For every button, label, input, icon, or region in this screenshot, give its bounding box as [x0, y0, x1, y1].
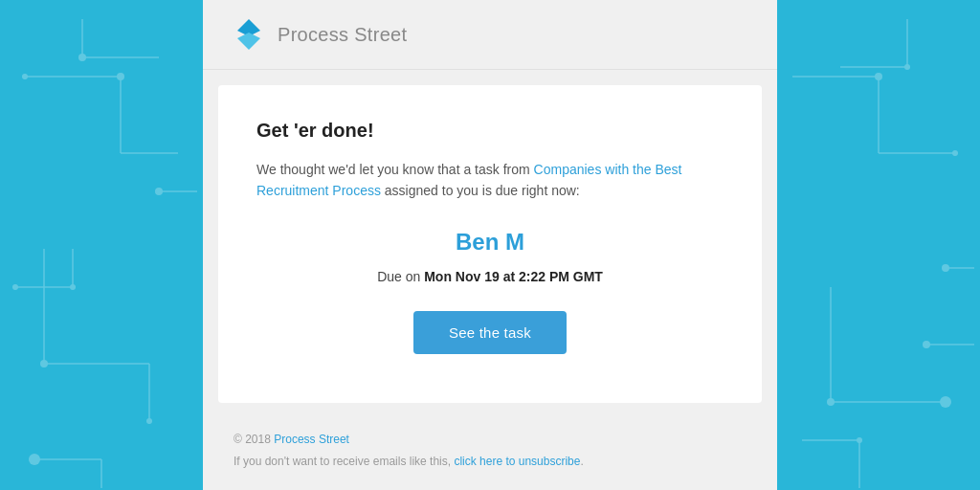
svg-point-42: [923, 341, 930, 348]
task-title: Ben M: [256, 229, 724, 256]
footer-unsub: If you don't want to receive emails like…: [234, 452, 746, 471]
see-task-button[interactable]: See the task: [413, 311, 567, 354]
bg-left: [0, 0, 203, 490]
svg-point-18: [155, 188, 163, 195]
email-body: Get 'er done! We thought we'd let you kn…: [218, 85, 762, 403]
email-wrapper: Process Street Get 'er done! We thought …: [203, 0, 777, 490]
bg-right: [777, 0, 980, 490]
unsub-before: If you don't want to receive emails like…: [234, 455, 454, 468]
svg-point-27: [875, 73, 882, 80]
unsub-after: .: [580, 455, 583, 468]
due-label: Due on: [377, 269, 424, 284]
svg-point-16: [12, 284, 18, 290]
svg-point-35: [904, 64, 910, 70]
email-header: Process Street: [203, 0, 777, 70]
svg-point-3: [117, 73, 124, 80]
email-intro: We thought we'd let you know that a task…: [256, 159, 724, 202]
brand-name: Process Street: [278, 24, 407, 46]
email-footer: © 2018 Process Street If you don't want …: [203, 418, 777, 490]
unsubscribe-link[interactable]: click here to unsubscribe: [454, 455, 580, 468]
intro-after-link: assigned to you is due right now:: [381, 183, 580, 198]
svg-point-40: [857, 437, 862, 443]
svg-point-4: [22, 74, 28, 79]
copyright-text: © 2018: [234, 433, 274, 446]
brand-logo: [232, 17, 266, 52]
intro-before-link: We thought we'd let you know that a task…: [256, 162, 534, 177]
due-date: Due on Mon Nov 19 at 2:22 PM GMT: [256, 269, 724, 284]
due-date-value: Mon Nov 19 at 2:22 PM GMT: [424, 269, 603, 284]
footer-copyright: © 2018 Process Street: [234, 430, 746, 449]
svg-point-9: [146, 418, 152, 424]
svg-point-15: [70, 284, 76, 290]
svg-marker-23: [237, 33, 260, 50]
svg-point-32: [940, 396, 951, 408]
svg-point-37: [942, 264, 949, 272]
svg-point-8: [40, 360, 48, 368]
svg-point-28: [952, 150, 958, 156]
svg-point-31: [827, 398, 835, 406]
svg-point-12: [78, 54, 86, 61]
footer-brand-link[interactable]: Process Street: [274, 433, 349, 446]
email-heading: Get 'er done!: [256, 120, 724, 142]
